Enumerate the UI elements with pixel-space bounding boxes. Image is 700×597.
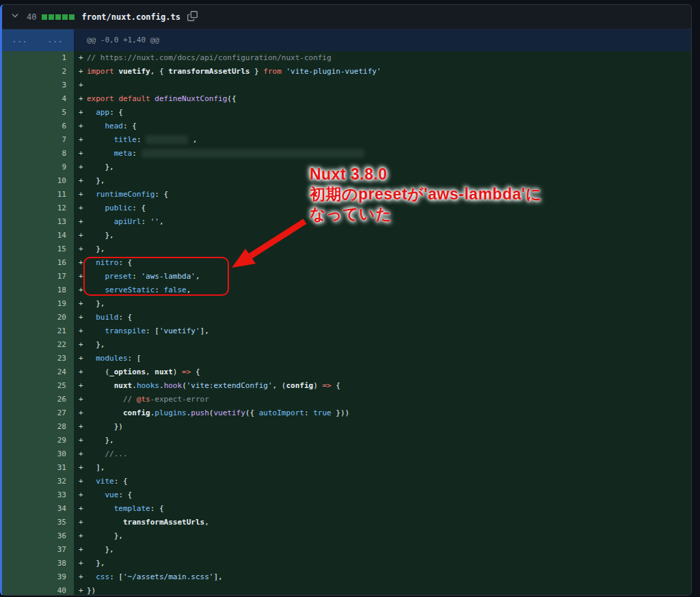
collapse-file-button[interactable] xyxy=(9,11,21,23)
old-line-number[interactable] xyxy=(2,502,38,516)
old-line-number[interactable] xyxy=(2,133,38,147)
line-number[interactable]: 33 xyxy=(38,488,74,502)
old-line-number[interactable] xyxy=(2,584,38,596)
old-line-number[interactable] xyxy=(2,188,38,202)
line-number[interactable]: 7 xyxy=(38,133,74,147)
line-number[interactable]: 4 xyxy=(38,92,74,106)
line-number[interactable]: 16 xyxy=(38,256,74,270)
line-number[interactable]: 29 xyxy=(38,434,74,447)
old-line-number[interactable] xyxy=(2,297,38,311)
old-line-number[interactable] xyxy=(2,447,38,461)
line-number[interactable]: 30 xyxy=(38,447,74,461)
line-number[interactable]: 5 xyxy=(38,106,74,120)
diff-line: 15+ }, xyxy=(2,242,691,256)
line-number[interactable]: 1 xyxy=(38,51,74,65)
changed-lines-count: 40 xyxy=(27,12,36,22)
line-number[interactable]: 14 xyxy=(38,229,74,242)
old-line-number[interactable] xyxy=(2,516,38,529)
line-number[interactable]: 2 xyxy=(38,65,74,79)
old-line-number[interactable] xyxy=(2,338,38,352)
line-number[interactable]: 17 xyxy=(38,270,74,283)
line-number[interactable]: 13 xyxy=(38,215,74,229)
diff-line: 5+ app: { xyxy=(2,106,691,120)
old-line-number[interactable] xyxy=(2,174,38,188)
old-line-number[interactable] xyxy=(2,215,38,229)
diff-marker: + xyxy=(74,311,87,324)
diff-line: 25+ nuxt.hooks.hook('vite:extendConfig',… xyxy=(2,379,691,393)
copy-path-button[interactable] xyxy=(187,11,198,23)
line-number[interactable]: 10 xyxy=(38,174,74,188)
old-line-number[interactable] xyxy=(2,51,38,65)
old-line-number[interactable] xyxy=(2,393,38,406)
old-line-number[interactable] xyxy=(2,543,38,557)
line-number[interactable]: 24 xyxy=(38,365,74,379)
line-number[interactable]: 11 xyxy=(38,188,74,202)
line-number[interactable]: 32 xyxy=(38,475,74,488)
old-line-number[interactable] xyxy=(2,352,38,365)
old-line-number[interactable] xyxy=(2,420,38,434)
diff-marker: + xyxy=(74,393,87,406)
old-line-number[interactable] xyxy=(2,311,38,324)
line-number[interactable]: 34 xyxy=(38,502,74,516)
line-number[interactable]: 21 xyxy=(38,324,74,338)
code-content: vue: { xyxy=(87,488,691,502)
line-number[interactable]: 35 xyxy=(38,516,74,529)
diff-line: 36+ }, xyxy=(2,529,691,543)
old-line-number[interactable] xyxy=(2,120,38,133)
old-line-number[interactable] xyxy=(2,106,38,120)
old-line-number[interactable] xyxy=(2,475,38,488)
line-number[interactable]: 23 xyxy=(38,352,74,365)
line-number[interactable]: 26 xyxy=(38,393,74,406)
old-line-number[interactable] xyxy=(2,270,38,283)
diff-line: 39+ css: ['~/assets/main.scss'], xyxy=(2,570,691,584)
file-name-link[interactable]: front/nuxt.config.ts xyxy=(81,12,180,22)
old-line-number[interactable] xyxy=(2,229,38,242)
old-line-number[interactable] xyxy=(2,256,38,270)
line-number[interactable]: 37 xyxy=(38,543,74,557)
line-number[interactable]: 22 xyxy=(38,338,74,352)
old-line-number[interactable] xyxy=(2,379,38,393)
diff-line: 12+ public: { xyxy=(2,202,691,215)
old-line-number[interactable] xyxy=(2,488,38,502)
old-line-number[interactable] xyxy=(2,79,38,92)
line-number[interactable]: 39 xyxy=(38,570,74,584)
old-line-number[interactable] xyxy=(2,161,38,174)
line-number[interactable]: 9 xyxy=(38,161,74,174)
old-line-number[interactable] xyxy=(2,147,38,161)
old-line-number[interactable] xyxy=(2,434,38,447)
old-line-number[interactable] xyxy=(2,406,38,420)
diff-line: 16+ nitro: { xyxy=(2,256,691,270)
line-number[interactable]: 40 xyxy=(38,584,74,596)
line-number[interactable]: 36 xyxy=(38,529,74,543)
diff-marker: + xyxy=(74,338,87,352)
line-number[interactable]: 15 xyxy=(38,242,74,256)
line-number[interactable]: 19 xyxy=(38,297,74,311)
line-number[interactable]: 12 xyxy=(38,202,74,215)
line-number[interactable]: 38 xyxy=(38,557,74,570)
line-number[interactable]: 28 xyxy=(38,420,74,434)
diff-marker: + xyxy=(74,174,87,188)
old-line-number[interactable] xyxy=(2,324,38,338)
line-number[interactable]: 20 xyxy=(38,311,74,324)
old-line-number[interactable] xyxy=(2,365,38,379)
line-number[interactable]: 25 xyxy=(38,379,74,393)
code-content: title: , xyxy=(87,133,691,147)
old-line-number[interactable] xyxy=(2,283,38,297)
code-content: (_options, nuxt) => { xyxy=(87,365,691,379)
old-line-number[interactable] xyxy=(2,529,38,543)
code-content: runtimeConfig: { xyxy=(87,188,691,202)
line-number[interactable]: 8 xyxy=(38,147,74,161)
line-number[interactable]: 27 xyxy=(38,406,74,420)
diff-marker: + xyxy=(74,120,87,133)
old-line-number[interactable] xyxy=(2,242,38,256)
line-number[interactable]: 3 xyxy=(38,79,74,92)
line-number[interactable]: 18 xyxy=(38,283,74,297)
old-line-number[interactable] xyxy=(2,65,38,79)
old-line-number[interactable] xyxy=(2,92,38,106)
old-line-number[interactable] xyxy=(2,202,38,215)
old-line-number[interactable] xyxy=(2,461,38,475)
old-line-number[interactable] xyxy=(2,570,38,584)
old-line-number[interactable] xyxy=(2,557,38,570)
line-number[interactable]: 31 xyxy=(38,461,74,475)
line-number[interactable]: 6 xyxy=(38,120,74,133)
